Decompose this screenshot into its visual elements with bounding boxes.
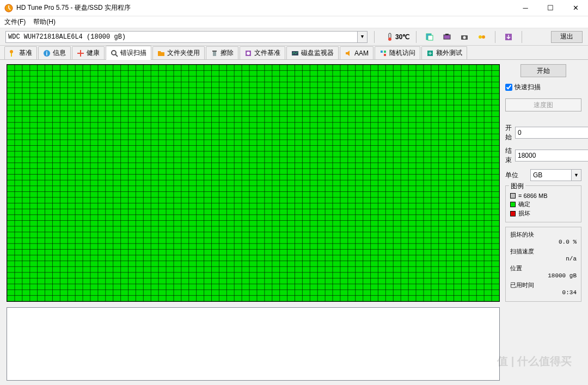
tab-disk-monitor[interactable]: 磁盘监视器 — [286, 46, 339, 59]
quick-scan-label: 快速扫描 — [514, 83, 541, 92]
maximize-button[interactable]: ☐ — [538, 0, 563, 16]
svg-point-2 — [388, 38, 391, 41]
results-box — [7, 307, 500, 381]
menu-help[interactable]: 帮助(H) — [33, 17, 56, 27]
tab-file-benchmark[interactable]: 文件基准 — [240, 46, 285, 59]
tab-folder-usage[interactable]: 文件夹使用 — [152, 46, 205, 59]
quick-scan-checkbox[interactable] — [505, 84, 512, 91]
position-label: 位置 — [510, 264, 577, 272]
window-title: HD Tune Pro 5.75 - 硬盘/SSD 实用程序 — [16, 3, 513, 13]
tab-bar: 基准 i信息 健康 错误扫描 文件夹使用 擦除 文件基准 磁盘监视器 AAM 随… — [0, 46, 588, 60]
svg-rect-25 — [384, 51, 386, 53]
svg-point-10 — [482, 35, 485, 39]
svg-rect-27 — [7, 65, 499, 301]
legend-title: 图例 — [509, 182, 525, 191]
temperature-display: 30℃ — [387, 33, 409, 41]
stats-panel: 损坏的块 0.0 % 扫描速度 n/a 位置 18000 gB 已用时间 0:3… — [505, 227, 581, 302]
elapsed-label: 已用时间 — [510, 281, 577, 289]
end-spinner[interactable]: ▲▼ — [515, 150, 588, 162]
chevron-down-icon[interactable]: ▼ — [571, 170, 581, 181]
chevron-down-icon[interactable]: ▼ — [357, 32, 367, 42]
exit-button[interactable]: 退出 — [551, 31, 583, 43]
close-button[interactable]: ✕ — [563, 0, 588, 16]
drive-selector[interactable]: WDC WUH721818ALE6L4 (18000 gB) ▼ — [5, 31, 367, 43]
unit-select[interactable]: GB ▼ — [530, 169, 581, 181]
svg-point-16 — [112, 51, 116, 55]
svg-text:i: i — [46, 51, 48, 57]
position-value: 18000 gB — [510, 272, 577, 279]
svg-point-13 — [10, 50, 13, 53]
start-scan-button[interactable]: 开始 — [520, 64, 566, 77]
svg-line-17 — [115, 54, 118, 57]
tab-health[interactable]: 健康 — [72, 46, 105, 59]
svg-rect-4 — [428, 35, 433, 40]
save-button[interactable] — [502, 30, 515, 44]
legend-square-gray — [510, 193, 516, 198]
watermark: 值 | 什么值得买 — [497, 354, 572, 369]
app-icon — [4, 4, 13, 13]
scan-speed-value: n/a — [510, 256, 577, 262]
content-area: 开始 快速扫描 速度图 开始 ▲▼ 结束 ▲▼ — [0, 60, 588, 385]
menu-file[interactable]: 文件(F) — [4, 17, 26, 27]
end-label: 结束 — [505, 146, 512, 165]
legend-group: 图例 = 6866 MB 确定 损坏 — [505, 185, 581, 222]
tab-erase[interactable]: 擦除 — [206, 46, 238, 59]
unit-label: 单位 — [505, 171, 527, 180]
separator — [495, 31, 495, 43]
thermometer-icon — [387, 33, 393, 41]
damaged-blocks-label: 损坏的块 — [510, 231, 577, 239]
svg-rect-5 — [444, 35, 450, 39]
separator — [374, 31, 375, 43]
camera-button[interactable] — [458, 30, 471, 44]
drive-name: WDC WUH721818ALE6L4 (18000 gB) — [8, 33, 126, 41]
end-input[interactable] — [516, 150, 588, 161]
titlebar: HD Tune Pro 5.75 - 硬盘/SSD 实用程序 ─ ☐ ✕ — [0, 0, 588, 16]
svg-point-9 — [479, 35, 482, 39]
svg-point-8 — [463, 36, 466, 39]
svg-rect-18 — [213, 51, 216, 56]
separator — [416, 31, 416, 43]
options-button[interactable] — [475, 30, 488, 44]
legend-square-damaged — [510, 211, 516, 216]
start-label: 开始 — [505, 123, 512, 142]
elapsed-value: 0:34 — [510, 289, 577, 296]
tab-info[interactable]: i信息 — [38, 46, 71, 59]
scan-speed-label: 扫描速度 — [510, 247, 577, 256]
tab-random-access[interactable]: 随机访问 — [375, 46, 420, 59]
screenshot-button[interactable] — [440, 30, 454, 44]
speed-map-button: 速度图 — [505, 98, 581, 111]
tab-benchmark[interactable]: 基准 — [4, 46, 37, 59]
copy-info-button[interactable] — [423, 30, 436, 44]
tab-aam[interactable]: AAM — [340, 46, 373, 59]
main-toolbar: WDC WUH721818ALE6L4 (18000 gB) ▼ 30℃ 退出 — [0, 28, 588, 46]
minimize-button[interactable]: ─ — [513, 0, 538, 16]
svg-rect-6 — [445, 34, 449, 35]
damaged-blocks-value: 0.0 % — [510, 239, 577, 245]
start-spinner[interactable]: ▲▼ — [515, 127, 588, 139]
tab-extra-tests[interactable]: 额外测试 — [421, 46, 467, 59]
tab-error-scan[interactable]: 错误扫描 — [106, 46, 151, 60]
separator — [522, 31, 522, 43]
legend-square-ok — [510, 202, 516, 207]
svg-point-21 — [247, 52, 250, 55]
scan-grid — [7, 64, 500, 302]
svg-rect-23 — [381, 51, 383, 53]
start-input[interactable] — [516, 127, 588, 138]
menubar: 文件(F) 帮助(H) — [0, 16, 588, 28]
svg-rect-19 — [212, 51, 217, 52]
svg-rect-24 — [384, 54, 386, 56]
